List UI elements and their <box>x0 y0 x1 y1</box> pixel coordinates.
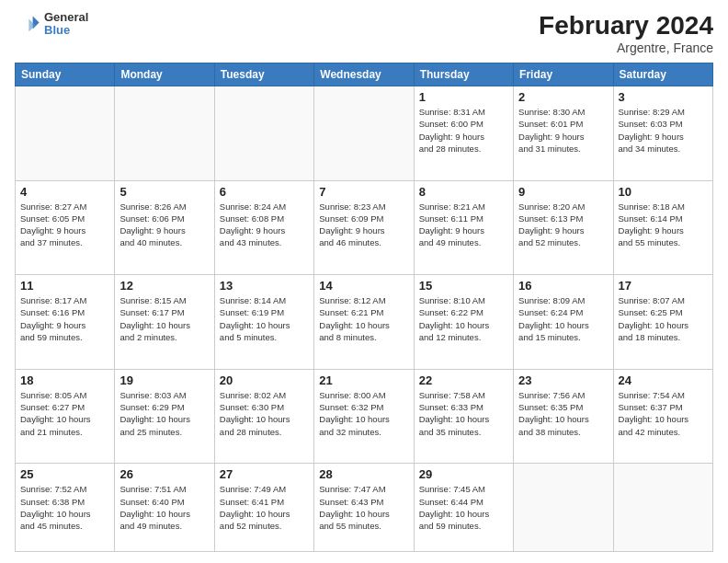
calendar-cell: 10Sunrise: 8:18 AM Sunset: 6:14 PM Dayli… <box>613 180 712 275</box>
day-number: 5 <box>119 185 209 199</box>
day-info: Sunrise: 8:24 AM Sunset: 6:08 PM Dayligh… <box>220 201 309 249</box>
day-number: 10 <box>619 185 708 199</box>
day-number: 21 <box>319 373 408 387</box>
title-block: February 2024 Argentre, France <box>539 11 713 55</box>
day-number: 20 <box>220 373 309 387</box>
day-number: 14 <box>319 279 408 293</box>
calendar-cell: 3Sunrise: 8:29 AM Sunset: 6:03 PM Daylig… <box>613 86 712 181</box>
day-info: Sunrise: 8:30 AM Sunset: 6:01 PM Dayligh… <box>518 106 608 155</box>
day-number: 11 <box>20 279 109 293</box>
col-monday: Monday <box>115 63 214 86</box>
calendar-cell: 22Sunrise: 7:58 AM Sunset: 6:33 PM Dayli… <box>414 369 513 464</box>
calendar-cell: 24Sunrise: 7:54 AM Sunset: 6:37 PM Dayli… <box>613 369 712 464</box>
day-number: 29 <box>419 467 508 481</box>
calendar-cell: 23Sunrise: 7:56 AM Sunset: 6:35 PM Dayli… <box>514 369 613 464</box>
day-number: 26 <box>119 467 209 481</box>
calendar-cell: 14Sunrise: 8:12 AM Sunset: 6:21 PM Dayli… <box>314 275 414 370</box>
day-number: 17 <box>619 279 708 293</box>
col-tuesday: Tuesday <box>214 63 313 86</box>
day-number: 19 <box>119 373 209 387</box>
day-info: Sunrise: 8:07 AM Sunset: 6:25 PM Dayligh… <box>619 294 708 343</box>
col-friday: Friday <box>514 63 613 86</box>
calendar-cell: 20Sunrise: 8:02 AM Sunset: 6:30 PM Dayli… <box>214 369 313 464</box>
page: General Blue February 2024 Argentre, Fra… <box>0 0 728 563</box>
calendar-cell: 18Sunrise: 8:05 AM Sunset: 6:27 PM Dayli… <box>16 369 115 464</box>
calendar-cell <box>314 86 414 181</box>
day-info: Sunrise: 7:47 AM Sunset: 6:43 PM Dayligh… <box>319 483 408 532</box>
col-sunday: Sunday <box>16 63 115 86</box>
day-info: Sunrise: 8:29 AM Sunset: 6:03 PM Dayligh… <box>619 106 708 155</box>
day-number: 22 <box>419 373 508 387</box>
calendar-title: February 2024 <box>539 11 713 40</box>
calendar-header-row: Sunday Monday Tuesday Wednesday Thursday… <box>16 63 713 86</box>
header: General Blue February 2024 Argentre, Fra… <box>15 11 713 55</box>
calendar-cell: 4Sunrise: 8:27 AM Sunset: 6:05 PM Daylig… <box>16 180 115 275</box>
day-number: 9 <box>518 185 608 199</box>
calendar-cell: 7Sunrise: 8:23 AM Sunset: 6:09 PM Daylig… <box>314 180 414 275</box>
day-info: Sunrise: 8:09 AM Sunset: 6:24 PM Dayligh… <box>518 294 608 343</box>
col-thursday: Thursday <box>414 63 513 86</box>
day-info: Sunrise: 7:45 AM Sunset: 6:44 PM Dayligh… <box>419 483 508 532</box>
day-info: Sunrise: 7:56 AM Sunset: 6:35 PM Dayligh… <box>518 389 608 438</box>
day-number: 25 <box>20 467 109 481</box>
day-number: 8 <box>419 185 508 199</box>
day-info: Sunrise: 8:02 AM Sunset: 6:30 PM Dayligh… <box>220 389 309 438</box>
day-info: Sunrise: 8:03 AM Sunset: 6:29 PM Dayligh… <box>119 389 209 438</box>
day-info: Sunrise: 8:17 AM Sunset: 6:16 PM Dayligh… <box>20 294 109 343</box>
day-info: Sunrise: 8:10 AM Sunset: 6:22 PM Dayligh… <box>419 294 508 343</box>
calendar-week-1: 1Sunrise: 8:31 AM Sunset: 6:00 PM Daylig… <box>16 86 713 181</box>
day-info: Sunrise: 7:52 AM Sunset: 6:38 PM Dayligh… <box>20 483 109 532</box>
day-number: 4 <box>20 185 109 199</box>
day-number: 16 <box>518 279 608 293</box>
day-info: Sunrise: 8:14 AM Sunset: 6:19 PM Dayligh… <box>220 294 309 343</box>
day-number: 2 <box>518 90 608 104</box>
logo-line1: General <box>44 11 88 24</box>
day-number: 24 <box>619 373 708 387</box>
day-number: 15 <box>419 279 508 293</box>
calendar-cell: 11Sunrise: 8:17 AM Sunset: 6:16 PM Dayli… <box>16 275 115 370</box>
calendar-cell: 6Sunrise: 8:24 AM Sunset: 6:08 PM Daylig… <box>214 180 313 275</box>
day-number: 23 <box>518 373 608 387</box>
calendar-subtitle: Argentre, France <box>539 40 713 55</box>
day-info: Sunrise: 7:58 AM Sunset: 6:33 PM Dayligh… <box>419 389 508 438</box>
calendar-cell: 26Sunrise: 7:51 AM Sunset: 6:40 PM Dayli… <box>115 464 214 552</box>
day-number: 18 <box>20 373 109 387</box>
day-number: 12 <box>119 279 209 293</box>
calendar-cell: 16Sunrise: 8:09 AM Sunset: 6:24 PM Dayli… <box>514 275 613 370</box>
calendar-cell: 8Sunrise: 8:21 AM Sunset: 6:11 PM Daylig… <box>414 180 513 275</box>
day-number: 28 <box>319 467 408 481</box>
calendar-cell: 28Sunrise: 7:47 AM Sunset: 6:43 PM Dayli… <box>314 464 414 552</box>
calendar-week-2: 4Sunrise: 8:27 AM Sunset: 6:05 PM Daylig… <box>16 180 713 275</box>
day-number: 27 <box>220 467 309 481</box>
calendar-cell <box>16 86 115 181</box>
logo: General Blue <box>15 11 88 38</box>
calendar-cell: 19Sunrise: 8:03 AM Sunset: 6:29 PM Dayli… <box>115 369 214 464</box>
calendar-cell: 2Sunrise: 8:30 AM Sunset: 6:01 PM Daylig… <box>514 86 613 181</box>
day-number: 3 <box>619 90 708 104</box>
day-info: Sunrise: 8:00 AM Sunset: 6:32 PM Dayligh… <box>319 389 408 438</box>
calendar-cell <box>115 86 214 181</box>
day-info: Sunrise: 8:27 AM Sunset: 6:05 PM Dayligh… <box>20 201 109 249</box>
day-number: 6 <box>220 185 309 199</box>
logo-line2: Blue <box>44 24 88 37</box>
calendar-week-5: 25Sunrise: 7:52 AM Sunset: 6:38 PM Dayli… <box>16 464 713 552</box>
day-info: Sunrise: 8:23 AM Sunset: 6:09 PM Dayligh… <box>319 201 408 249</box>
calendar-table: Sunday Monday Tuesday Wednesday Thursday… <box>15 63 713 552</box>
calendar-cell <box>613 464 712 552</box>
day-info: Sunrise: 8:26 AM Sunset: 6:06 PM Dayligh… <box>119 201 209 249</box>
day-info: Sunrise: 7:54 AM Sunset: 6:37 PM Dayligh… <box>619 389 708 438</box>
day-number: 7 <box>319 185 408 199</box>
calendar-cell: 9Sunrise: 8:20 AM Sunset: 6:13 PM Daylig… <box>514 180 613 275</box>
day-number: 13 <box>220 279 309 293</box>
day-info: Sunrise: 8:31 AM Sunset: 6:00 PM Dayligh… <box>419 106 508 155</box>
calendar-cell: 29Sunrise: 7:45 AM Sunset: 6:44 PM Dayli… <box>414 464 513 552</box>
calendar-cell: 12Sunrise: 8:15 AM Sunset: 6:17 PM Dayli… <box>115 275 214 370</box>
calendar-week-4: 18Sunrise: 8:05 AM Sunset: 6:27 PM Dayli… <box>16 369 713 464</box>
calendar-cell: 21Sunrise: 8:00 AM Sunset: 6:32 PM Dayli… <box>314 369 414 464</box>
calendar-cell <box>214 86 313 181</box>
calendar-cell: 13Sunrise: 8:14 AM Sunset: 6:19 PM Dayli… <box>214 275 313 370</box>
col-wednesday: Wednesday <box>314 63 414 86</box>
logo-text: General Blue <box>44 11 88 38</box>
day-info: Sunrise: 8:18 AM Sunset: 6:14 PM Dayligh… <box>619 201 708 249</box>
calendar-cell <box>514 464 613 552</box>
